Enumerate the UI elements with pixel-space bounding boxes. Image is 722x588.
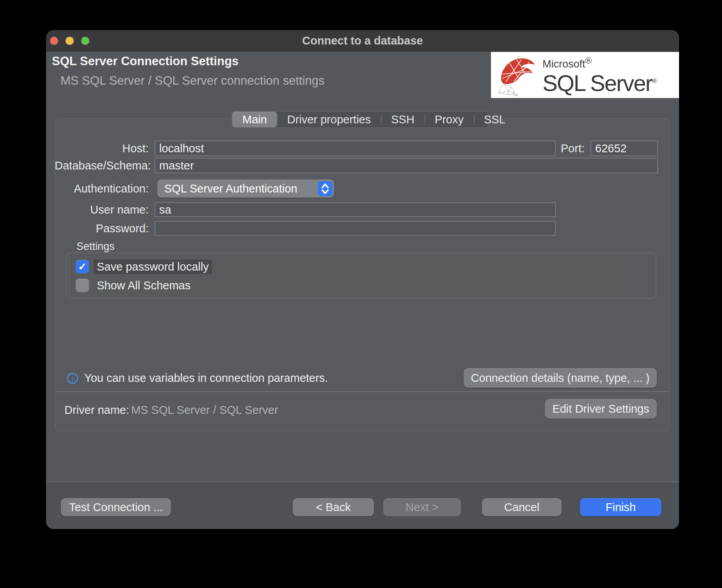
edit-driver-settings-button[interactable]: Edit Driver Settings xyxy=(545,399,657,419)
zoom-window-button[interactable] xyxy=(81,37,89,45)
host-input[interactable] xyxy=(155,141,556,156)
authentication-label: Authentication: xyxy=(55,180,149,198)
driver-section-divider xyxy=(55,391,669,392)
page-title: SQL Server Connection Settings xyxy=(52,54,238,68)
logo-text: Microsoft® SQL Server® xyxy=(542,56,656,94)
sql-server-logo: TM Microsoft® SQL Server® xyxy=(491,52,679,98)
back-button[interactable]: < Back xyxy=(293,498,374,516)
database-input[interactable] xyxy=(155,158,658,173)
finish-button[interactable]: Finish xyxy=(580,498,662,516)
port-label: Port: xyxy=(557,141,585,156)
tab-proxy[interactable]: Proxy xyxy=(425,112,474,127)
show-all-schemas-checkbox[interactable] xyxy=(76,279,89,292)
show-all-schemas-label[interactable]: Show All Schemas xyxy=(94,278,194,293)
host-label: Host: xyxy=(55,141,149,156)
sql-server-swoosh-icon: TM xyxy=(493,53,541,96)
minimize-window-button[interactable] xyxy=(66,37,74,45)
page-subtitle: MS SQL Server / SQL Server connection se… xyxy=(60,74,325,88)
password-input[interactable] xyxy=(155,221,556,236)
settings-group-box: Save password locally Show All Schemas xyxy=(66,253,656,299)
driver-name-label: Driver name: xyxy=(64,404,129,417)
tab-ssl[interactable]: SSL xyxy=(474,112,516,127)
settings-group-label: Settings xyxy=(76,241,115,253)
next-button[interactable]: Next > xyxy=(383,498,461,516)
tab-bar: Main Driver properties SSH Proxy SSL xyxy=(231,111,489,128)
username-label: User name: xyxy=(55,202,149,217)
save-password-checkbox[interactable] xyxy=(76,260,89,273)
authentication-select[interactable]: SQL Server Authentication xyxy=(157,180,334,198)
tab-ssh[interactable]: SSH xyxy=(381,112,425,127)
window-title: Connect to a database xyxy=(46,30,679,52)
variables-hint-text: You can use variables in connection para… xyxy=(84,368,328,388)
tab-main[interactable]: Main xyxy=(232,112,277,127)
driver-name-value: MS SQL Server / SQL Server xyxy=(131,404,278,417)
username-input[interactable] xyxy=(155,202,556,217)
save-password-label[interactable]: Save password locally xyxy=(94,260,212,274)
test-connection-button[interactable]: Test Connection ... xyxy=(61,498,171,516)
authentication-selected-value: SQL Server Authentication xyxy=(157,182,297,195)
dropdown-arrows-icon xyxy=(318,181,333,196)
logo-tm: TM xyxy=(513,93,518,96)
info-icon: i xyxy=(67,373,78,384)
password-label: Password: xyxy=(55,221,149,236)
close-window-button[interactable] xyxy=(50,37,58,45)
port-input[interactable] xyxy=(590,141,658,156)
cancel-button[interactable]: Cancel xyxy=(482,498,562,516)
connect-database-dialog: Connect to a database SQL Server Connect… xyxy=(46,30,679,529)
tab-driver-properties[interactable]: Driver properties xyxy=(277,112,381,127)
save-password-row: Save password locally xyxy=(76,260,212,274)
title-bar: Connect to a database xyxy=(46,30,679,52)
database-label: Database/Schema: xyxy=(55,158,149,173)
connection-details-button[interactable]: Connection details (name, type, ... ) xyxy=(464,368,657,388)
show-all-schemas-row: Show All Schemas xyxy=(76,278,194,292)
